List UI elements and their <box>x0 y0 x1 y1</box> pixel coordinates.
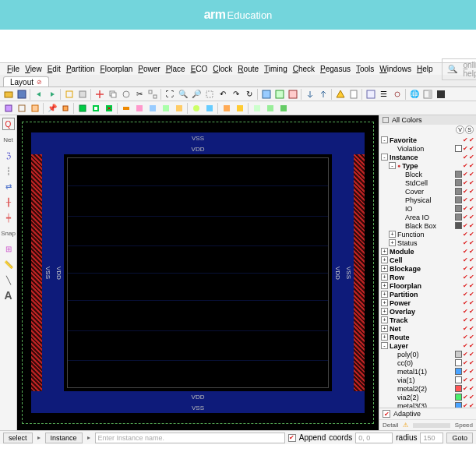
tree-row[interactable]: Black Box✔✔ <box>381 221 474 230</box>
tab-layout[interactable]: Layout ⊘ <box>3 76 49 87</box>
tree-row[interactable]: via2(2)✔✔ <box>381 393 474 401</box>
visibility-check[interactable]: ✔ <box>468 325 474 332</box>
visibility-check[interactable]: ✔ <box>462 214 468 221</box>
zoom-in-icon[interactable]: 🔍 <box>177 88 189 100</box>
color-swatch[interactable] <box>455 359 462 366</box>
zoom-out-icon[interactable]: 🔎 <box>190 88 202 100</box>
visibility-check[interactable]: ✔ <box>462 282 468 289</box>
layer-tree[interactable]: -Favorite✔✔Violation✔✔-Instance✔✔-●Type✔… <box>379 135 476 408</box>
hnet-icon[interactable]: ╂ <box>2 196 15 208</box>
menu-power[interactable]: Power <box>136 64 162 74</box>
copy-icon[interactable] <box>107 88 118 100</box>
t2-icon[interactable] <box>173 102 185 114</box>
visibility-check[interactable]: ✔ <box>468 299 474 306</box>
expand-icon[interactable]: + <box>381 282 388 289</box>
tree-row[interactable]: cc(0)✔✔ <box>381 358 474 367</box>
expand-icon[interactable]: + <box>381 316 388 323</box>
menu-timing[interactable]: Timing <box>262 64 290 74</box>
visibility-check[interactable]: ✔ <box>462 222 468 229</box>
tree-row[interactable]: via(1)✔✔ <box>381 376 474 384</box>
tree-row[interactable]: -Favorite✔✔ <box>381 136 474 144</box>
append-checkbox[interactable]: ✔ <box>288 434 296 442</box>
layer-panel-header[interactable]: All Colors <box>379 115 476 125</box>
visibility-check[interactable]: ✔ <box>468 196 474 203</box>
expand-icon[interactable]: - <box>381 136 388 143</box>
visibility-check[interactable]: ✔ <box>468 316 474 323</box>
tree-row[interactable]: +Status✔✔ <box>381 238 474 247</box>
tree-row[interactable]: +Blockage✔✔ <box>381 264 474 273</box>
visibility-check[interactable]: ✔ <box>462 351 468 358</box>
menu-eco[interactable]: ECO <box>189 64 210 74</box>
hierarchy-up-icon[interactable] <box>317 88 329 100</box>
instance-name-input[interactable]: Enter Instance name. <box>95 433 285 443</box>
color-swatch[interactable] <box>455 196 462 203</box>
visibility-check[interactable]: ✔ <box>462 342 468 349</box>
visibility-check[interactable]: ✔ <box>462 205 468 212</box>
expand-icon[interactable]: - <box>389 162 396 169</box>
color-swatch[interactable] <box>455 145 462 152</box>
flight-icon[interactable]: ℨ <box>2 149 15 161</box>
tree-row[interactable]: metal1(1)✔✔ <box>381 367 474 376</box>
visibility-check[interactable]: ✔ <box>468 385 474 392</box>
visibility-check[interactable]: ✔ <box>468 342 474 349</box>
color-swatch[interactable] <box>455 351 462 358</box>
halo-icon[interactable] <box>59 102 71 114</box>
visibility-check[interactable]: ✔ <box>462 196 468 203</box>
visibility-check[interactable]: ✔ <box>462 136 468 143</box>
visibility-check[interactable]: ✔ <box>468 188 474 195</box>
tree-row[interactable]: -●Type✔✔ <box>381 161 474 170</box>
visibility-check[interactable]: ✔ <box>468 162 474 169</box>
visibility-check[interactable]: ✔ <box>462 256 468 263</box>
tree-row[interactable]: metal3(3)✔✔ <box>381 401 474 408</box>
visibility-check[interactable]: ✔ <box>462 402 468 408</box>
expand-icon[interactable]: + <box>381 274 388 281</box>
tree-row[interactable]: +Route✔✔ <box>381 333 474 341</box>
adaptive-row[interactable]: ✔ Adaptive <box>379 408 476 419</box>
radius-field[interactable]: 150 <box>420 433 443 443</box>
menu-help[interactable]: Help <box>414 64 435 74</box>
goto-button[interactable]: Goto <box>446 433 473 443</box>
violation-icon[interactable] <box>334 88 346 100</box>
t2-icon[interactable] <box>133 102 145 114</box>
pin-icon[interactable]: 📌 <box>46 102 58 114</box>
t2-icon[interactable] <box>203 102 215 114</box>
qbox-icon[interactable]: Q <box>2 118 15 130</box>
cross-icon[interactable]: ┿ <box>2 211 15 224</box>
cut-icon[interactable]: ✂ <box>133 88 145 100</box>
expand-icon[interactable]: - <box>381 342 388 349</box>
visibility-check[interactable]: ✔ <box>462 316 468 323</box>
tree-row[interactable]: +Floorplan✔✔ <box>381 281 474 290</box>
visibility-check[interactable]: ✔ <box>462 334 468 341</box>
menu-partition[interactable]: Partition <box>64 64 97 74</box>
tree-row[interactable]: +Power✔✔ <box>381 298 474 307</box>
tree-row[interactable]: Block✔✔ <box>381 170 474 178</box>
visibility-check[interactable]: ✔ <box>468 351 474 358</box>
report-icon[interactable] <box>347 88 359 100</box>
visibility-check[interactable]: ✔ <box>462 325 468 332</box>
tree-row[interactable]: +Function✔✔ <box>381 230 474 238</box>
visibility-check[interactable]: ✔ <box>468 179 474 186</box>
hierarchy-down-icon[interactable] <box>304 88 316 100</box>
browser-icon[interactable] <box>365 88 376 100</box>
path-icon[interactable]: ⇄ <box>2 180 15 192</box>
menu-floorplan[interactable]: Floorplan <box>98 64 136 74</box>
t2-icon[interactable] <box>264 102 276 114</box>
text-tool[interactable]: A <box>2 289 15 302</box>
menu-place[interactable]: Place <box>164 64 188 74</box>
snap-icon[interactable]: ⊞ <box>2 242 15 255</box>
menu-windows[interactable]: Windows <box>377 64 414 74</box>
tree-row[interactable]: +Overlay✔✔ <box>381 307 474 316</box>
visibility-check[interactable]: ✔ <box>462 231 468 238</box>
t2-icon[interactable] <box>29 102 41 114</box>
drc-clear-icon[interactable] <box>103 102 115 114</box>
color-swatch[interactable] <box>455 402 462 408</box>
tree-row[interactable]: +Net✔✔ <box>381 324 474 333</box>
t2-icon[interactable] <box>251 102 263 114</box>
color-swatch[interactable] <box>455 394 462 401</box>
open-icon[interactable] <box>2 88 14 100</box>
color-swatch[interactable] <box>455 214 462 221</box>
undo-icon[interactable] <box>33 88 44 100</box>
tree-row[interactable]: +Cell✔✔ <box>381 256 474 264</box>
visibility-check[interactable]: ✔ <box>468 222 474 229</box>
visibility-check[interactable]: ✔ <box>462 188 468 195</box>
